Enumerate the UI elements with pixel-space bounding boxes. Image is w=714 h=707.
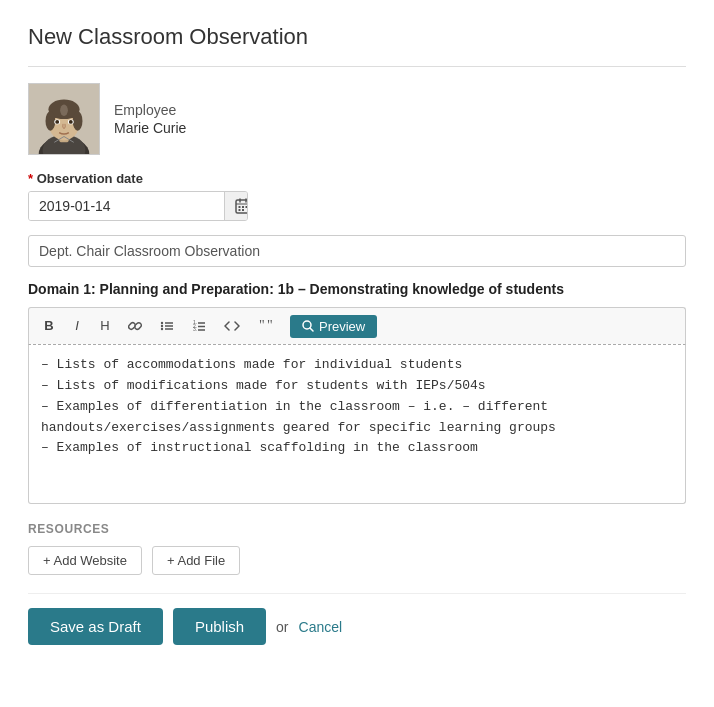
- calendar-icon: [235, 198, 248, 214]
- required-marker: *: [28, 171, 33, 186]
- svg-point-11: [55, 120, 59, 124]
- quote-icon: " ": [258, 319, 274, 333]
- page-title: New Classroom Observation: [28, 24, 686, 50]
- observation-date-label-text: Observation date: [37, 171, 143, 186]
- save-as-draft-button[interactable]: Save as Draft: [28, 608, 163, 645]
- svg-text:": ": [267, 319, 273, 333]
- avatar: [28, 83, 100, 155]
- svg-text:3.: 3.: [193, 326, 197, 332]
- title-divider: [28, 66, 686, 67]
- add-website-button[interactable]: + Add Website: [28, 546, 142, 575]
- domain-label: Domain 1: Planning and Preparation: 1b –…: [28, 281, 686, 297]
- list-ordered-icon: 1. 2. 3.: [192, 319, 206, 333]
- toolbar-code-button[interactable]: [216, 315, 248, 337]
- action-row: Save as Draft Publish or Cancel: [28, 593, 686, 645]
- date-input[interactable]: [29, 192, 224, 220]
- code-icon: [224, 319, 240, 333]
- svg-point-9: [60, 104, 68, 116]
- cancel-button[interactable]: Cancel: [299, 619, 343, 635]
- employee-label: Employee: [114, 102, 186, 118]
- svg-point-8: [73, 111, 83, 130]
- toolbar-unordered-list-button[interactable]: [152, 315, 182, 337]
- add-file-button[interactable]: + Add File: [152, 546, 240, 575]
- editor-content[interactable]: – Lists of accommodations made for indiv…: [28, 344, 686, 504]
- avatar-image: [29, 84, 99, 154]
- resources-section: RESOURCES + Add Website + Add File: [28, 522, 686, 575]
- resources-buttons: + Add Website + Add File: [28, 546, 686, 575]
- svg-point-20: [161, 322, 163, 324]
- observation-type-input[interactable]: [28, 235, 686, 267]
- resources-label: RESOURCES: [28, 522, 686, 536]
- svg-text:": ": [259, 319, 265, 333]
- svg-rect-17: [246, 206, 248, 208]
- toolbar-bold-button[interactable]: B: [36, 313, 62, 339]
- svg-point-7: [46, 111, 56, 130]
- toolbar-italic-button[interactable]: I: [64, 313, 90, 339]
- svg-rect-16: [242, 206, 244, 208]
- date-input-wrapper: [28, 191, 248, 221]
- svg-rect-19: [242, 209, 244, 211]
- calendar-icon-button[interactable]: [224, 192, 248, 220]
- or-text: or: [276, 619, 288, 635]
- svg-rect-18: [239, 209, 241, 211]
- svg-point-13: [69, 120, 73, 124]
- toolbar-link-button[interactable]: [120, 315, 150, 337]
- editor-toolbar: B I H 1. 2. 3.: [28, 307, 686, 344]
- toolbar-ordered-list-button[interactable]: 1. 2. 3.: [184, 315, 214, 337]
- publish-button[interactable]: Publish: [173, 608, 266, 645]
- employee-info: Employee Marie Curie: [114, 102, 186, 136]
- search-icon: [302, 320, 314, 332]
- page-container: New Classroom Observation: [0, 0, 714, 707]
- toolbar-quote-button[interactable]: " ": [250, 315, 282, 337]
- preview-button[interactable]: Preview: [290, 315, 377, 338]
- list-unordered-icon: [160, 319, 174, 333]
- toolbar-heading-button[interactable]: H: [92, 313, 118, 339]
- svg-rect-15: [239, 206, 241, 208]
- preview-label: Preview: [319, 319, 365, 334]
- observation-date-group: * Observation date: [28, 171, 686, 221]
- employee-name: Marie Curie: [114, 120, 186, 136]
- observation-date-label: * Observation date: [28, 171, 686, 186]
- svg-point-24: [161, 328, 163, 330]
- link-icon: [128, 319, 142, 333]
- employee-row: Employee Marie Curie: [28, 83, 686, 155]
- svg-point-22: [161, 325, 163, 327]
